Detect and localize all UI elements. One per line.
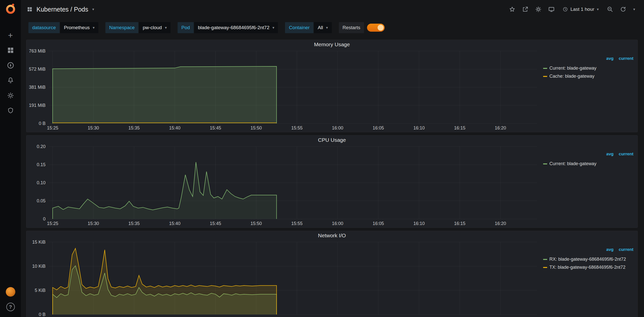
variable-value-pod[interactable]: blade-gateway-68684695f6-2nt72 ▾ (194, 22, 278, 33)
svg-text:0.10: 0.10 (37, 180, 46, 185)
avatar (6, 287, 15, 297)
cycle-view-button[interactable] (546, 4, 557, 15)
sidebar-bottom: ? (0, 284, 21, 314)
legend-items: Current: blade-gatewayCache: blade-gatew… (543, 66, 633, 79)
svg-text:15:40: 15:40 (169, 125, 180, 130)
legend-swatch (543, 267, 547, 268)
svg-text:16:00: 16:00 (332, 221, 343, 226)
svg-text:5 KiB: 5 KiB (35, 288, 46, 293)
panel-title[interactable]: Memory Usage (26, 40, 637, 49)
legend-sort-current[interactable]: current (619, 247, 633, 252)
legend-items: Current: blade-gateway (543, 161, 633, 166)
variable-value-namespace[interactable]: pw-cloud ▾ (139, 22, 171, 33)
chevron-down-icon: ▾ (272, 25, 274, 30)
legend-label: Current: blade-gateway (549, 161, 596, 166)
chevron-down-icon: ▾ (597, 7, 599, 12)
svg-text:15:25: 15:25 (47, 221, 58, 226)
legend-sort-avg[interactable]: avg (606, 56, 614, 61)
variable-value-text: All (318, 25, 323, 30)
chevron-down-icon: ▾ (92, 7, 94, 12)
legend-item[interactable]: TX: blade-gateway-68684695f6-2nt72 (543, 265, 633, 270)
share-dashboard-button[interactable] (519, 4, 531, 15)
sidebar-item-profile[interactable] (0, 284, 21, 299)
svg-text:15:50: 15:50 (251, 221, 262, 226)
variable-restarts: Restarts (339, 22, 385, 33)
variable-value-container[interactable]: All ▾ (314, 22, 332, 33)
legend-swatch (543, 163, 547, 164)
variable-value-datasource[interactable]: Prometheus ▾ (60, 22, 98, 33)
svg-text:16:10: 16:10 (413, 125, 425, 130)
sidebar-item-configuration[interactable] (0, 88, 21, 103)
memory-usage-legend: avg current Current: blade-gatewayCache:… (540, 49, 637, 132)
svg-text:16:20: 16:20 (495, 221, 506, 226)
navbar-actions: Last 1 hour ▾ ▾ (506, 4, 638, 15)
sidebar-item-alerting[interactable] (0, 73, 21, 88)
sidebar-item-explore[interactable] (0, 58, 21, 73)
network-io-chart[interactable]: 15 KiB10 KiB5 KiB0 B15:2515:3015:3515:40… (26, 240, 540, 317)
time-range-picker[interactable]: Last 1 hour ▾ (559, 4, 603, 15)
sidebar-item-server-admin[interactable] (0, 103, 21, 118)
legend-items: RX: blade-gateway-68684695f6-2nt72TX: bl… (543, 257, 633, 270)
compass-icon (7, 62, 14, 69)
svg-text:0.05: 0.05 (37, 198, 46, 203)
svg-text:15:55: 15:55 (291, 221, 303, 226)
panel-title[interactable]: Network I/O (26, 231, 637, 240)
variable-value-text: pw-cloud (143, 25, 162, 30)
variable-label-namespace: Namespace (105, 22, 138, 33)
svg-text:16:00: 16:00 (332, 125, 343, 130)
panel-memory-usage: Memory Usage 763 MiB572 MiB381 MiB191 Mi… (26, 40, 638, 132)
dashboard-settings-button[interactable] (533, 4, 544, 15)
restarts-toggle[interactable] (367, 24, 385, 32)
legend-label: Cache: blade-gateway (549, 74, 594, 79)
svg-text:16:05: 16:05 (373, 125, 384, 130)
legend-label: Current: blade-gateway (549, 66, 596, 71)
legend-item[interactable]: RX: blade-gateway-68684695f6-2nt72 (543, 257, 633, 262)
refresh-interval-dropdown[interactable]: ▾ (630, 4, 638, 15)
legend-links: avg current (543, 247, 633, 252)
sidebar-item-help[interactable]: ? (0, 299, 21, 314)
legend-sort-avg[interactable]: avg (606, 247, 614, 252)
legend-sort-current[interactable]: current (619, 56, 633, 61)
svg-text:763 MiB: 763 MiB (29, 49, 46, 54)
svg-text:10 KiB: 10 KiB (32, 264, 46, 269)
dashboard-panels: Memory Usage 763 MiB572 MiB381 MiB191 Mi… (21, 37, 644, 317)
star-dashboard-button[interactable] (506, 4, 518, 15)
variable-label-container: Container (285, 22, 313, 33)
gear-icon (535, 6, 541, 12)
zoom-out-time-button[interactable] (604, 4, 616, 15)
panel-title[interactable]: CPU Usage (26, 135, 637, 145)
main-content: Kubernetes / Pods ▾ (21, 0, 644, 317)
refresh-dashboard-button[interactable] (617, 4, 629, 15)
plus-icon: + (8, 31, 13, 39)
svg-text:572 MiB: 572 MiB (29, 67, 46, 72)
dashboard-title-group[interactable]: Kubernetes / Pods ▾ (27, 6, 94, 13)
grafana-logo[interactable] (5, 3, 16, 16)
bell-icon (7, 77, 14, 84)
variable-datasource: datasource Prometheus ▾ (28, 22, 98, 33)
sidebar-item-dashboards[interactable] (0, 43, 21, 58)
variable-container: Container All ▾ (285, 22, 332, 33)
svg-text:16:15: 16:15 (454, 221, 465, 226)
cpu-usage-legend: avg current Current: blade-gateway (540, 145, 637, 228)
sidebar-item-create[interactable]: + (0, 28, 21, 43)
legend-item[interactable]: Cache: blade-gateway (543, 74, 633, 79)
svg-text:16:10: 16:10 (413, 221, 425, 226)
legend-sort-current[interactable]: current (619, 152, 633, 156)
legend-swatch (543, 259, 547, 260)
toggle-knob (378, 25, 384, 31)
legend-item[interactable]: Current: blade-gateway (543, 66, 633, 71)
dashboard-variables-bar: datasource Prometheus ▾ Namespace pw-clo… (21, 19, 644, 37)
svg-text:16:20: 16:20 (495, 125, 506, 130)
cpu-usage-chart[interactable]: 0.200.150.100.05015:2515:3015:3515:4015:… (26, 145, 540, 228)
memory-usage-chart[interactable]: 763 MiB572 MiB381 MiB191 MiB0 B15:2515:3… (26, 49, 540, 132)
legend-sort-avg[interactable]: avg (606, 152, 614, 156)
legend-item[interactable]: Current: blade-gateway (543, 161, 633, 166)
chevron-down-icon: ▾ (326, 25, 328, 30)
monitor-icon (548, 6, 555, 13)
refresh-icon (620, 6, 626, 12)
svg-text:15 KiB: 15 KiB (32, 240, 46, 245)
svg-text:16:05: 16:05 (373, 221, 384, 226)
svg-text:16:15: 16:15 (454, 125, 465, 130)
legend-label: TX: blade-gateway-68684695f6-2nt72 (549, 265, 625, 270)
variable-pod: Pod blade-gateway-68684695f6-2nt72 ▾ (178, 22, 278, 33)
